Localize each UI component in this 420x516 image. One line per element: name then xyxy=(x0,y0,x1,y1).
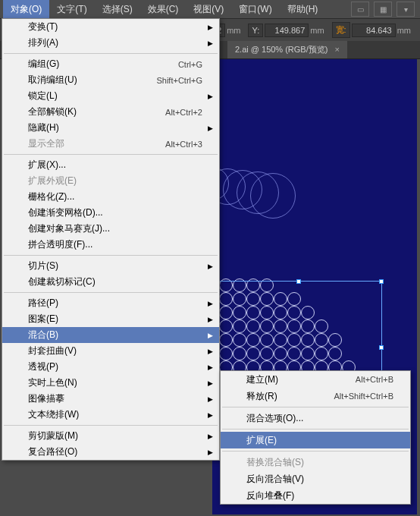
submenu-arrow-icon: ▶ xyxy=(208,448,213,456)
submenu-arrow-icon: ▶ xyxy=(208,433,213,440)
menu-item[interactable]: 切片(S)▶ xyxy=(2,258,219,274)
menu-view[interactable]: 视图(V) xyxy=(186,0,231,19)
handle-mr[interactable] xyxy=(379,345,384,350)
menu-item[interactable]: 图像描摹▶ xyxy=(2,391,219,407)
w-label: 宽: xyxy=(332,22,350,38)
submenu-item[interactable]: 混合选项(O)... xyxy=(221,410,410,426)
w-value[interactable]: 84.643 xyxy=(352,24,396,37)
menu-object[interactable]: 对象(O) xyxy=(3,0,49,19)
menu-effect[interactable]: 效果(C) xyxy=(140,0,186,19)
menu-item[interactable]: 栅格化(Z)... xyxy=(2,189,219,205)
menu-item[interactable]: 扩展(X)... xyxy=(2,157,219,173)
menu-item[interactable]: 透视(P)▶ xyxy=(2,359,219,375)
w-unit: mm xyxy=(397,26,411,35)
menu-item: 显示全部Alt+Ctrl+3 xyxy=(2,136,219,152)
object-menu: 变换(T)▶排列(A)▶编组(G)Ctrl+G取消编组(U)Shift+Ctrl… xyxy=(2,18,220,461)
submenu-item: 替换混合轴(S) xyxy=(221,454,410,470)
menu-item[interactable]: 排列(A)▶ xyxy=(2,35,219,51)
submenu-arrow-icon: ▶ xyxy=(208,316,213,323)
close-icon[interactable]: × xyxy=(335,45,340,54)
menu-window[interactable]: 窗口(W) xyxy=(231,0,279,19)
handle-tm[interactable] xyxy=(296,279,301,284)
menu-item[interactable]: 路径(P)▶ xyxy=(2,295,219,311)
menu-select[interactable]: 选择(S) xyxy=(95,0,140,19)
submenu-arrow-icon: ▶ xyxy=(208,124,213,132)
handle-tr[interactable] xyxy=(379,279,384,284)
tab-title: 2.ai @ 150% (RGB/预览) xyxy=(235,45,328,54)
menu-item[interactable]: 封套扭曲(V)▶ xyxy=(2,343,219,359)
toolbar-icon-2[interactable]: ▦ xyxy=(374,2,392,17)
menu-item[interactable]: 实时上色(N)▶ xyxy=(2,375,219,391)
menu-item[interactable]: 编组(G)Ctrl+G xyxy=(2,56,219,72)
submenu-arrow-icon: ▶ xyxy=(208,411,213,419)
menu-item[interactable]: 全部解锁(K)Alt+Ctrl+2 xyxy=(2,104,219,120)
submenu-arrow-icon: ▶ xyxy=(208,39,213,47)
menu-item[interactable]: 创建渐变网格(D)... xyxy=(2,205,219,221)
menu-item[interactable]: 锁定(L)▶ xyxy=(2,88,219,104)
menu-item[interactable]: 剪切蒙版(M)▶ xyxy=(2,428,219,444)
submenu-arrow-icon: ▶ xyxy=(208,93,213,100)
menu-item[interactable]: 复合路径(O)▶ xyxy=(2,444,219,460)
menu-item[interactable]: 混合(B)▶ xyxy=(2,327,219,343)
submenu-arrow-icon: ▶ xyxy=(208,395,213,403)
submenu-arrow-icon: ▶ xyxy=(208,363,213,371)
menu-item[interactable]: 拼合透明度(F)... xyxy=(2,237,219,253)
menu-help[interactable]: 帮助(H) xyxy=(280,0,326,19)
submenu-item[interactable]: 反向堆叠(F) xyxy=(221,487,410,504)
submenu-arrow-icon: ▶ xyxy=(208,300,213,307)
menu-item[interactable]: 取消编组(U)Shift+Ctrl+G xyxy=(2,72,219,88)
menu-text[interactable]: 文字(T) xyxy=(49,0,94,19)
y-label: Y: xyxy=(248,24,263,37)
blend-submenu: 建立(M)Alt+Ctrl+B释放(R)Alt+Shift+Ctrl+B混合选项… xyxy=(220,370,411,505)
y-unit: mm xyxy=(310,26,324,35)
menu-item: 扩展外观(E) xyxy=(2,173,219,189)
menu-item[interactable]: 变换(T)▶ xyxy=(2,19,219,35)
submenu-arrow-icon: ▶ xyxy=(208,348,213,355)
submenu-arrow-icon: ▶ xyxy=(208,24,213,31)
menu-item[interactable]: 创建对象马赛克(J)... xyxy=(2,221,219,237)
menu-item[interactable]: 创建裁切标记(C) xyxy=(2,274,219,290)
submenu-arrow-icon: ▶ xyxy=(208,379,213,387)
submenu-item[interactable]: 反向混合轴(V) xyxy=(221,470,410,487)
menu-item[interactable]: 隐藏(H)▶ xyxy=(2,120,219,136)
menu-item[interactable]: 文本绕排(W)▶ xyxy=(2,407,219,423)
menubar: 对象(O) 文字(T) 选择(S) 效果(C) 视图(V) 窗口(W) 帮助(H… xyxy=(0,0,420,18)
document-tab[interactable]: 2.ai @ 150% (RGB/预览) × xyxy=(227,41,347,58)
y-value[interactable]: 149.867 xyxy=(265,24,309,37)
submenu-item[interactable]: 建立(M)Alt+Ctrl+B xyxy=(221,371,410,388)
submenu-arrow-icon: ▶ xyxy=(208,332,213,339)
submenu-arrow-icon: ▶ xyxy=(208,263,213,270)
menu-item[interactable]: 图案(E)▶ xyxy=(2,311,219,327)
submenu-item[interactable]: 扩展(E) xyxy=(221,432,410,448)
toolbar-icon-1[interactable]: ▭ xyxy=(351,2,369,17)
toolbar-icon-3[interactable]: ▾ xyxy=(396,2,415,17)
x-unit: mm xyxy=(227,26,240,35)
submenu-item[interactable]: 释放(R)Alt+Shift+Ctrl+B xyxy=(221,388,410,404)
